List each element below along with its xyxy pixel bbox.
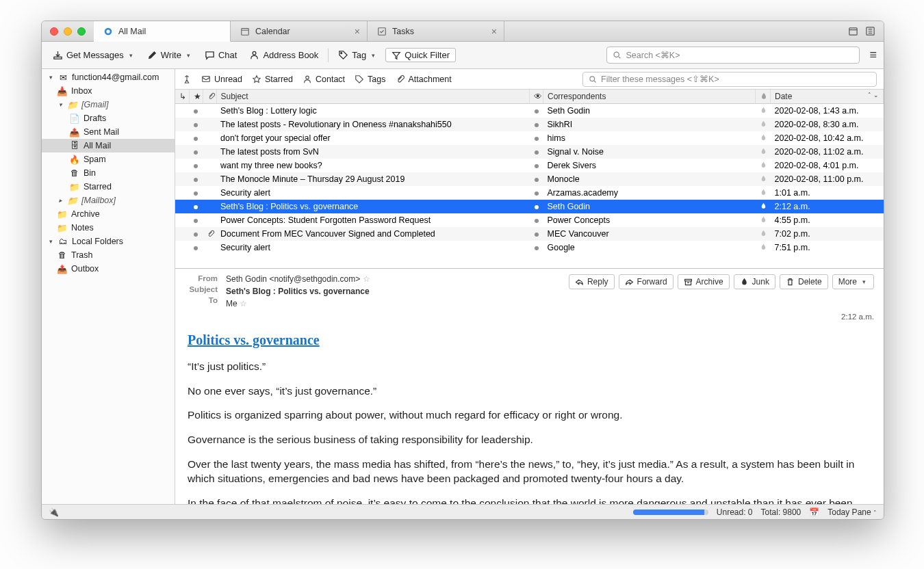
close-icon[interactable]: × — [355, 26, 360, 37]
message-row[interactable]: Security alertGoogle7:51 p.m. — [175, 241, 884, 254]
app-menu-button[interactable]: ≡ — [869, 48, 877, 62]
pin-filter-button[interactable] — [182, 75, 192, 84]
chevron-down-icon[interactable]: ▾ — [370, 52, 377, 59]
folder-starred[interactable]: 📁Starred — [42, 180, 175, 194]
total-count: Total: 9800 — [761, 507, 801, 517]
star-icon[interactable]: ☆ — [240, 299, 247, 308]
delete-button[interactable]: Delete — [780, 274, 828, 289]
body-paragraph: “It’s just politics.” — [188, 359, 871, 374]
calendar-today-icon[interactable]: 📅 — [809, 507, 819, 517]
message-row[interactable]: Seth's Blog : Politics vs. governanceSet… — [175, 200, 884, 213]
folder-outbox[interactable]: 📤Outbox — [42, 262, 175, 276]
folder-label: Outbox — [71, 264, 99, 274]
folder-archive[interactable]: 📁Archive — [42, 207, 175, 221]
status-bar: 🔌 Unread: 0 Total: 9800 📅 Today Pane ˄ — [42, 504, 884, 519]
star-icon[interactable]: ☆ — [363, 274, 370, 284]
quick-filter-button[interactable]: Quick Filter — [385, 48, 456, 62]
tags-filter[interactable]: Tags — [355, 75, 385, 84]
message-row[interactable]: Power Concepts: Student Forgotten Passwo… — [175, 213, 884, 227]
message-row[interactable]: Security alertArzamas.academy1:01 a.m. — [175, 186, 884, 200]
folder-trash[interactable]: 🗑Trash — [42, 248, 175, 262]
more-button[interactable]: More▾ — [832, 274, 874, 289]
calendar-button-icon[interactable] — [848, 26, 858, 36]
folder-mailbox[interactable]: ▸📁[Mailbox] — [42, 194, 175, 207]
main-window: All Mail Calendar × Tasks × Get Messages… — [41, 21, 884, 520]
folder-drafts[interactable]: 📄Drafts — [42, 111, 175, 125]
thread-column-header[interactable]: ↳ — [175, 90, 189, 104]
tab-tasks[interactable]: Tasks × — [368, 21, 504, 41]
message-row[interactable]: Seth's Blog : Lottery logicSeth Godin202… — [175, 104, 884, 118]
dot-icon — [535, 123, 539, 127]
junk-button[interactable]: Junk — [734, 274, 775, 289]
svg-point-12 — [590, 76, 595, 81]
offline-icon[interactable]: 🔌 — [49, 507, 59, 517]
flame-icon — [760, 148, 767, 155]
message-title-link[interactable]: Politics vs. governance — [188, 330, 871, 349]
tag-button[interactable]: Tag ▾ — [334, 48, 381, 62]
write-button[interactable]: Write ▾ — [143, 48, 196, 62]
tasks-button-icon[interactable] — [865, 26, 875, 36]
folder-spam[interactable]: 🔥Spam — [42, 153, 175, 166]
button-label: Forward — [637, 277, 667, 287]
folder-bin[interactable]: 🗑Bin — [42, 166, 175, 180]
message-date: 2020-02-08, 11:00 p.m. — [771, 172, 884, 186]
search-input[interactable]: Search <⌘K> — [606, 47, 860, 64]
address-book-button[interactable]: Address Book — [245, 48, 322, 62]
folder-inbox[interactable]: 📥Inbox — [42, 84, 175, 98]
folder-gmail[interactable]: ▾📁[Gmail] — [42, 98, 175, 111]
starred-filter[interactable]: Starred — [252, 75, 293, 84]
message-date: 2020-02-08, 8:30 a.m. — [771, 118, 884, 131]
tab-calendar[interactable]: Calendar × — [231, 21, 368, 41]
chevron-down-icon[interactable]: ▾ — [127, 52, 135, 59]
message-correspondent: Seth Godin — [543, 200, 756, 213]
write-label: Write — [161, 50, 181, 60]
close-icon[interactable]: × — [491, 26, 497, 37]
reply-button[interactable]: Reply — [569, 274, 615, 289]
tab-all-mail[interactable]: All Mail — [94, 21, 231, 42]
tasks-icon — [377, 27, 387, 36]
correspondents-column-header[interactable]: Correspondents — [543, 90, 756, 104]
local-folders-node[interactable]: ▾🗂Local Folders — [42, 235, 175, 248]
message-row[interactable]: Document From MEC Vancouver Signed and C… — [175, 227, 884, 241]
date-column-header[interactable]: Date ˄ ⌄ — [771, 90, 884, 104]
message-row[interactable]: don't forget your special offerhims2020-… — [175, 131, 884, 145]
folder-all-mail[interactable]: 🗄All Mail — [42, 139, 175, 153]
star-column-header[interactable]: ★ — [189, 90, 203, 104]
filter-label: Tags — [368, 75, 385, 84]
main-toolbar: Get Messages ▾ Write ▾ Chat Address Book… — [42, 42, 884, 69]
forward-button[interactable]: Forward — [619, 274, 673, 289]
to-value: Me — [226, 299, 238, 308]
contact-filter[interactable]: Contact — [303, 75, 345, 84]
get-messages-button[interactable]: Get Messages ▾ — [49, 48, 139, 62]
message-row[interactable]: The latest posts - Revolutionary in Onen… — [175, 118, 884, 131]
archive-button[interactable]: Archive — [678, 274, 730, 289]
chat-button[interactable]: Chat — [201, 48, 241, 62]
attachment-column-header[interactable] — [203, 90, 216, 104]
message-row[interactable]: The Monocle Minute – Thursday 29 August … — [175, 172, 884, 186]
read-column-header[interactable]: 👁 — [530, 90, 543, 104]
chevron-down-icon: ▾ — [860, 278, 868, 285]
message-row[interactable]: want my three new books?Derek Sivers2020… — [175, 159, 884, 172]
search-icon — [613, 51, 621, 59]
outbox-icon: 📤 — [57, 263, 68, 274]
unread-filter[interactable]: Unread — [201, 75, 242, 84]
dot-icon — [535, 205, 539, 209]
maximize-window-button[interactable] — [77, 27, 86, 36]
filter-label: Unread — [214, 75, 242, 84]
subject-column-header[interactable]: Subject — [216, 90, 530, 104]
minimize-window-button[interactable] — [64, 27, 72, 36]
filter-input[interactable]: Filter these messages <⇧⌘K> — [582, 72, 877, 87]
folder-notes[interactable]: 📁Notes — [42, 221, 175, 235]
message-date: 4:55 p.m. — [771, 213, 884, 227]
close-window-button[interactable] — [50, 27, 58, 36]
junk-column-header[interactable] — [756, 90, 771, 104]
today-pane-button[interactable]: Today Pane ˄ — [827, 507, 877, 517]
message-row[interactable]: The latest posts from SvNSignal v. Noise… — [175, 145, 884, 159]
chevron-down-icon[interactable]: ▾ — [185, 52, 192, 59]
flame-icon — [760, 189, 767, 196]
thunderbird-icon — [103, 27, 113, 36]
account-node[interactable]: ▾✉︎function44@gmail.com — [42, 70, 175, 84]
folder-icon: 📁 — [67, 195, 78, 206]
attachment-filter[interactable]: Attachment — [396, 75, 452, 84]
folder-sent[interactable]: 📤Sent Mail — [42, 125, 175, 139]
